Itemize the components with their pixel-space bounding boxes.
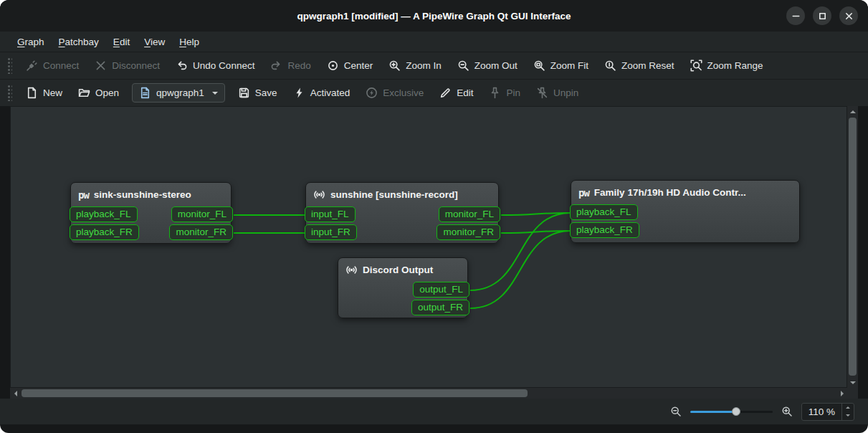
activated-button[interactable]: Activated <box>285 82 358 103</box>
arrow-left-icon <box>11 391 17 396</box>
zoom-range-icon <box>690 60 702 72</box>
vertical-scrollbar-thumb[interactable] <box>849 118 857 376</box>
close-button[interactable] <box>839 6 858 25</box>
zoom-spin-up-button[interactable] <box>842 404 854 412</box>
patchbay-toolbar: NewOpenqpwgraph1SaveActivatedExclusiveEd… <box>0 79 868 106</box>
toolbar-item-label: Unpin <box>553 87 578 98</box>
zoom-spin-buttons <box>841 404 854 420</box>
toolbar-item-label: Center <box>344 60 373 71</box>
zoom-out-icon[interactable] <box>670 406 682 417</box>
toolbar-item-label: Pin <box>506 87 520 98</box>
port-input_fl[interactable]: input_FL <box>305 206 356 222</box>
port-monitor_fl[interactable]: monitor_FL <box>439 206 500 222</box>
horizontal-scrollbar-thumb[interactable] <box>22 389 528 397</box>
arrow-up-icon <box>846 404 850 409</box>
statusbar: 110 % <box>0 399 868 424</box>
close-icon <box>843 10 855 22</box>
menu-view[interactable]: View <box>137 34 172 50</box>
toolbar-item-label: Activated <box>310 87 350 98</box>
toolbar-item-label: Connect <box>43 60 79 71</box>
node-title: pwsink-sunshine-stereo <box>71 183 231 206</box>
port-output_fl[interactable]: output_FL <box>413 282 469 298</box>
save-button[interactable]: Save <box>230 82 285 103</box>
maximize-button[interactable] <box>813 6 831 25</box>
dropdown-arrow-icon <box>212 92 218 97</box>
zoom-range-button[interactable]: Zoom Range <box>682 55 771 76</box>
port-playback_fr[interactable]: playback_FR <box>70 224 139 240</box>
record-icon <box>345 264 358 276</box>
window-title: qpwgraph1 [modified] — A PipeWire Graph … <box>297 11 571 22</box>
node-title: sunshine [sunshine-record] <box>306 183 498 206</box>
app-window: qpwgraph1 [modified] — A PipeWire Graph … <box>0 0 868 433</box>
zoom-out-button[interactable]: Zoom Out <box>449 55 525 76</box>
menu-edit[interactable]: Edit <box>106 34 137 50</box>
new-file-icon <box>26 87 38 99</box>
port-monitor_fl[interactable]: monitor_FL <box>171 206 233 222</box>
center-icon <box>327 60 339 72</box>
center-button[interactable]: Center <box>319 55 381 76</box>
new-button[interactable]: New <box>18 82 70 103</box>
minimize-button[interactable] <box>786 6 805 25</box>
scroll-up-button[interactable] <box>847 106 858 117</box>
exclusive-button: Exclusive <box>358 82 431 103</box>
scroll-right-button[interactable] <box>836 388 847 399</box>
menu-patchbay[interactable]: Patchbay <box>52 34 106 50</box>
arrow-up-icon <box>850 108 856 113</box>
undo-icon <box>176 60 188 72</box>
zoom-in-icon[interactable] <box>781 406 793 417</box>
port-output_fr[interactable]: output_FR <box>411 300 469 315</box>
toolbar-item-label: Zoom Fit <box>550 60 588 71</box>
toolbar-handle[interactable] <box>8 85 12 101</box>
save-icon <box>238 87 250 99</box>
toolbar-item-label: Undo Connect <box>193 60 254 71</box>
undo-connect-button[interactable]: Undo Connect <box>168 55 262 76</box>
titlebar[interactable]: qpwgraph1 [modified] — A PipeWire Graph … <box>0 0 868 32</box>
pencil-icon <box>439 87 452 99</box>
unpin-button: Unpin <box>528 82 586 103</box>
zoom-slider-handle[interactable] <box>732 407 740 416</box>
node-family-audio[interactable]: pwFamily 17h/19h HD Audio Contr...playba… <box>571 180 800 243</box>
maximize-icon <box>816 10 829 22</box>
port-playback_fr[interactable]: playback_FR <box>570 222 639 238</box>
zoom-spin-down-button[interactable] <box>842 411 854 420</box>
port-playback_fl[interactable]: playback_FL <box>570 204 638 220</box>
open-button[interactable]: Open <box>70 82 127 103</box>
node-title: Discord Output <box>338 258 467 282</box>
toolbar-item-label: qpwgraph1 <box>156 87 204 98</box>
scroll-down-button[interactable] <box>847 377 858 388</box>
toolbar-handle[interactable] <box>8 58 12 74</box>
menu-graph[interactable]: Graph <box>10 34 52 50</box>
port-monitor_fr[interactable]: monitor_FR <box>169 224 233 240</box>
horizontal-scrollbar[interactable] <box>10 388 847 399</box>
zoom-value[interactable]: 110 % <box>802 404 841 420</box>
port-monitor_fr[interactable]: monitor_FR <box>437 224 500 240</box>
edit-button[interactable]: Edit <box>431 82 481 103</box>
toolbar-item-label: Zoom In <box>406 60 442 71</box>
unpin-icon <box>536 87 548 99</box>
node-title: pwFamily 17h/19h HD Audio Contr... <box>571 181 799 204</box>
node-sink-sunshine-stereo[interactable]: pwsink-sunshine-stereoplayback_FLplaybac… <box>70 182 232 244</box>
graph-canvas[interactable]: pwsink-sunshine-stereoplayback_FLplaybac… <box>10 106 847 388</box>
scrollbar-corner <box>847 388 858 399</box>
graph-toolbar: ConnectDisconnectUndo ConnectRedoCenterZ… <box>0 52 868 79</box>
node-discord-output[interactable]: Discord Outputoutput_FLoutput_FR <box>338 257 468 318</box>
scroll-left-button[interactable] <box>10 388 21 399</box>
menu-help[interactable]: Help <box>172 34 206 50</box>
zoom-spinbox[interactable]: 110 % <box>801 403 854 421</box>
vertical-scrollbar[interactable] <box>847 106 858 388</box>
zoom-in-icon <box>388 60 401 72</box>
port-playback_fl[interactable]: playback_FL <box>70 206 138 222</box>
menubar: GraphPatchbayEditViewHelp <box>0 32 868 52</box>
pin-icon <box>489 87 501 99</box>
node-sunshine[interactable]: sunshine [sunshine-record]input_FLinput_… <box>305 182 499 244</box>
zoom-slider-fill <box>690 411 736 413</box>
disconnect-button: Disconnect <box>87 55 168 76</box>
zoom-fit-button[interactable]: Zoom Fit <box>525 55 596 76</box>
zoom-reset-button[interactable]: Zoom Reset <box>596 55 682 76</box>
patchbay-combo[interactable]: qpwgraph1 <box>132 83 225 103</box>
node-title-text: Family 17h/19h HD Audio Contr... <box>594 187 746 198</box>
zoom-slider[interactable] <box>690 405 773 418</box>
zoom-fit-icon <box>533 60 545 72</box>
zoom-in-button[interactable]: Zoom In <box>381 55 449 76</box>
port-input_fr[interactable]: input_FR <box>305 224 357 240</box>
